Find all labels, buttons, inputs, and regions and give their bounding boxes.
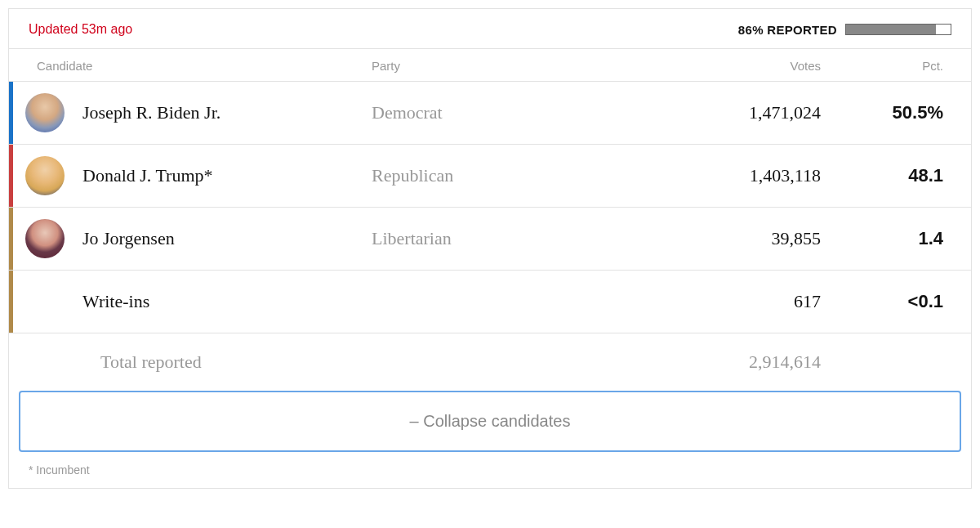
party-cell: Democrat <box>372 102 600 123</box>
reported-block: 86% REPORTED <box>738 23 951 37</box>
party-cell: Libertarian <box>372 228 600 249</box>
candidate-cell: Write-ins <box>9 282 372 321</box>
incumbent-footnote: * Incumbent <box>9 452 971 488</box>
candidate-name: Donald J. Trump* <box>82 165 213 186</box>
col-header-candidate: Candidate <box>29 59 372 73</box>
total-label: Total reported <box>9 351 600 373</box>
candidate-name: Joseph R. Biden Jr. <box>82 102 220 123</box>
candidate-row: Joseph R. Biden Jr.Democrat1,471,02450.5… <box>9 82 971 145</box>
candidate-avatar <box>25 93 65 132</box>
col-header-pct: Pct. <box>853 59 951 73</box>
col-header-votes: Votes <box>600 59 853 73</box>
candidate-cell: Joseph R. Biden Jr. <box>9 93 372 132</box>
party-cell: Republican <box>372 165 600 186</box>
candidate-avatar <box>25 219 65 258</box>
votes-cell: 1,471,024 <box>600 102 853 123</box>
table-header: Candidate Party Votes Pct. <box>9 49 971 82</box>
candidate-rows: Joseph R. Biden Jr.Democrat1,471,02450.5… <box>9 82 971 333</box>
candidate-row: Donald J. Trump*Republican1,403,11848.1 <box>9 145 971 208</box>
candidate-row: Jo JorgensenLibertarian39,8551.4 <box>9 208 971 271</box>
candidate-cell: Jo Jorgensen <box>9 219 372 258</box>
pct-cell: 48.1 <box>853 165 951 186</box>
updated-timestamp: Updated 53m ago <box>29 22 132 37</box>
votes-cell: 617 <box>600 291 853 312</box>
total-row: Total reported 2,914,614 <box>9 333 971 391</box>
party-color-bar <box>9 145 13 207</box>
total-votes: 2,914,614 <box>600 351 853 373</box>
candidate-avatar <box>25 156 65 195</box>
pct-cell: <0.1 <box>853 291 951 312</box>
pct-cell: 1.4 <box>853 228 951 249</box>
votes-cell: 1,403,118 <box>600 165 853 186</box>
candidate-avatar <box>25 282 65 321</box>
col-header-party: Party <box>372 59 600 73</box>
candidate-name: Write-ins <box>82 291 149 312</box>
party-color-bar <box>9 82 13 144</box>
reported-label: 86% REPORTED <box>738 23 837 37</box>
pct-cell: 50.5% <box>853 102 951 123</box>
progress-fill <box>846 25 936 34</box>
party-color-bar <box>9 208 13 270</box>
collapse-button[interactable]: – Collapse candidates <box>19 391 961 452</box>
candidate-row: Write-ins617<0.1 <box>9 271 971 333</box>
votes-cell: 39,855 <box>600 228 853 249</box>
party-color-bar <box>9 271 13 333</box>
candidate-cell: Donald J. Trump* <box>9 156 372 195</box>
candidate-name: Jo Jorgensen <box>82 228 175 249</box>
progress-bar <box>845 24 951 35</box>
results-container: Updated 53m ago 86% REPORTED Candidate P… <box>8 8 972 489</box>
header-row: Updated 53m ago 86% REPORTED <box>9 9 971 49</box>
